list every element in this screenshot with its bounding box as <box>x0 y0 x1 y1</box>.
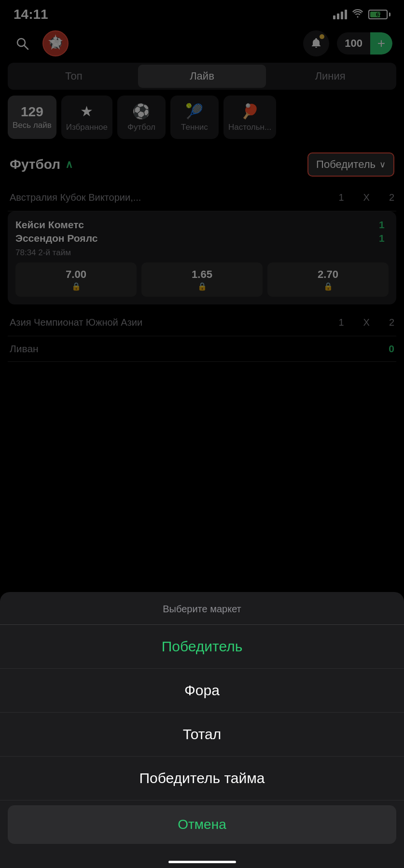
sheet-option-winner[interactable]: Победитель <box>0 625 404 669</box>
bottom-sheet: Выберите маркет Победитель Фора Тотал По… <box>0 592 404 868</box>
sheet-option-text: Победитель тайма <box>139 770 265 786</box>
home-indicator <box>168 861 236 863</box>
sheet-option-text: Победитель <box>162 638 243 654</box>
sheet-cancel-text: Отмена <box>178 817 226 832</box>
sheet-cancel-button[interactable]: Отмена <box>8 805 396 844</box>
sheet-option-handicap[interactable]: Фора <box>0 669 404 713</box>
sheet-option-text: Тотал <box>183 726 222 742</box>
sheet-option-text: Фора <box>184 682 220 698</box>
sheet-header: Выберите маркет <box>0 592 404 625</box>
sheet-option-total[interactable]: Тотал <box>0 713 404 757</box>
sheet-option-half-winner[interactable]: Победитель тайма <box>0 757 404 800</box>
sheet-title: Выберите маркет <box>163 604 241 614</box>
